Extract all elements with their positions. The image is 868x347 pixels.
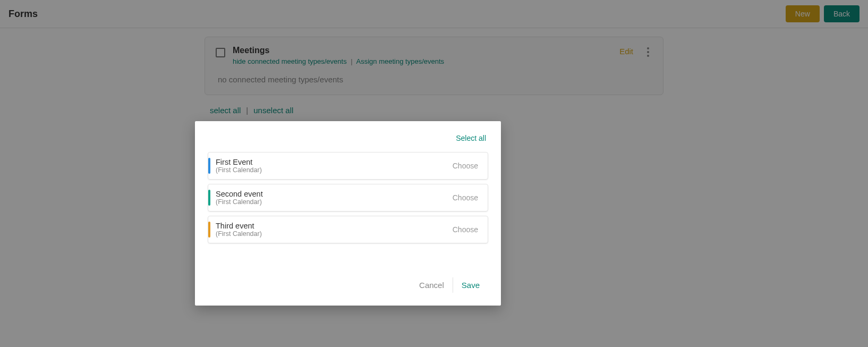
modal-select-all[interactable]: Select all [456,134,486,142]
event-texts: Third event(First Calendar) [216,222,262,238]
event-calendar: (First Calendar) [216,230,262,238]
event-name: First Event [216,158,262,166]
event-item-left: Third event(First Calendar) [208,222,262,238]
event-item-left: First Event(First Calendar) [208,158,262,174]
choose-button[interactable]: Choose [453,193,478,202]
event-list: First Event(First Calendar)ChooseSecond … [208,152,488,243]
modal-footer: Cancel Save [208,277,488,293]
event-item[interactable]: Second event(First Calendar)Choose [208,184,488,211]
save-button[interactable]: Save [453,277,488,293]
event-texts: First Event(First Calendar) [216,158,262,174]
choose-button[interactable]: Choose [453,225,478,234]
event-item-left: Second event(First Calendar) [208,190,263,206]
event-calendar: (First Calendar) [216,198,263,206]
event-color-stripe [208,158,210,174]
choose-button[interactable]: Choose [453,162,478,170]
event-name: Second event [216,190,263,198]
assign-events-modal: Select all First Event(First Calendar)Ch… [195,121,501,306]
cancel-button[interactable]: Cancel [411,277,453,293]
event-item[interactable]: First Event(First Calendar)Choose [208,152,488,180]
event-color-stripe [208,222,210,238]
event-texts: Second event(First Calendar) [216,190,263,206]
event-color-stripe [208,190,210,206]
event-item[interactable]: Third event(First Calendar)Choose [208,216,488,243]
event-calendar: (First Calendar) [216,166,262,174]
event-name: Third event [216,222,262,230]
